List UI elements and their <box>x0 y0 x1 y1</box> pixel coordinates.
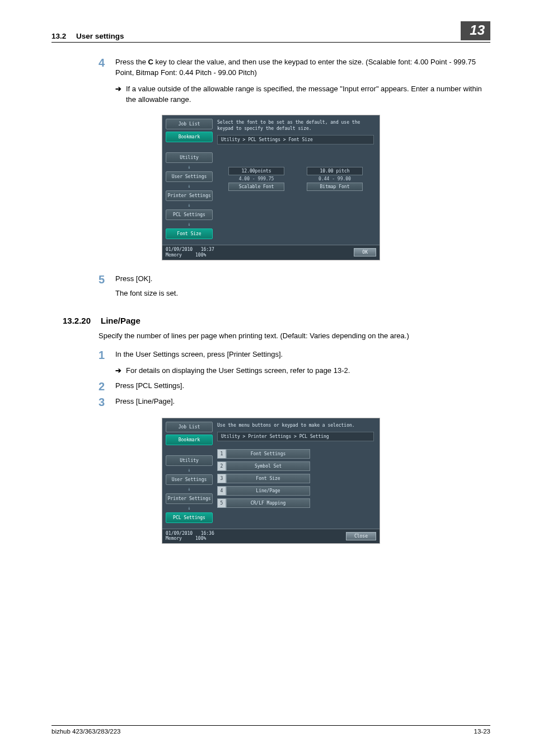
bookmark-button[interactable]: Bookmark <box>166 435 213 445</box>
section-number: 13.2.20 <box>51 316 101 325</box>
step-4-text-post: key to clear the value, and then use the… <box>115 58 476 77</box>
section-intro: Specify the number of lines per page whe… <box>99 331 490 342</box>
step-3-text: Press [Line/Page]. <box>115 397 175 405</box>
bitmap-range: 0.44 - 99.00 <box>307 176 363 181</box>
crumb-utility[interactable]: Utility <box>166 152 213 163</box>
page-footer: bizhub 423/363/283/223 13-23 <box>51 725 490 735</box>
scalable-value: 12.00points <box>228 167 284 175</box>
panel-footer: 01/09/2010 16:36 Memory 100% Close <box>162 529 380 543</box>
close-button[interactable]: Close <box>346 532 376 540</box>
menu-label: Line/Page <box>226 486 310 496</box>
footer-date: 01/09/2010 <box>166 531 193 536</box>
bitmap-value: 10.00 pitch <box>307 167 363 175</box>
section-title: Line/Page <box>101 316 140 325</box>
bitmap-font-button[interactable]: Bitmap Font <box>307 183 363 191</box>
footer-mem-label: Memory <box>166 536 182 541</box>
menu-item-symbol-set[interactable]: 2 Symbol Set <box>217 461 374 471</box>
step-number: 3 <box>99 396 115 408</box>
chevron-down-icon: ↓ <box>166 164 213 170</box>
step-4-text-pre: Press the <box>115 58 148 66</box>
step-1-bullet: For details on displaying the User Setti… <box>126 366 350 376</box>
menu-label: Font Settings <box>226 449 310 459</box>
footer-date: 01/09/2010 <box>166 247 193 252</box>
font-size-panel: Job List Bookmark Utility ↓ User Setting… <box>162 115 380 260</box>
crumb-font-size[interactable]: Font Size <box>166 228 213 239</box>
step-5-line2: The font size is set. <box>115 288 490 299</box>
footer-mem-label: Memory <box>166 253 182 258</box>
chevron-down-icon: ↓ <box>166 467 213 473</box>
crumb-pcl-settings[interactable]: PCL Settings <box>166 512 213 523</box>
chevron-down-icon: ↓ <box>166 221 213 227</box>
step-number: 4 <box>99 57 115 105</box>
ok-button[interactable]: OK <box>354 248 376 256</box>
step-4-bullet: If a value outside of the allowable rang… <box>126 84 490 105</box>
menu-number: 5 <box>217 498 226 508</box>
menu-label: Symbol Set <box>226 461 310 471</box>
scalable-range: 4.00 - 999.75 <box>228 176 284 181</box>
menu-number: 2 <box>217 461 226 471</box>
panel-instruction: Use the menu buttons or keypad to make a… <box>217 422 374 432</box>
panel-footer: 01/09/2010 16:37 Memory 100% OK <box>162 245 380 259</box>
chevron-down-icon: ↓ <box>166 505 213 511</box>
job-list-button[interactable]: Job List <box>166 422 213 432</box>
footer-mem-val: 100% <box>195 253 206 258</box>
menu-item-font-settings[interactable]: 1 Font Settings <box>217 449 374 459</box>
chevron-down-icon: ↓ <box>166 183 213 189</box>
step-3: 3 Press [Line/Page]. <box>99 396 490 408</box>
step-1: 1 In the User Settings screen, press [Pr… <box>99 349 490 376</box>
step-number: 2 <box>99 381 115 392</box>
menu-number: 1 <box>217 449 226 459</box>
crumb-printer-settings[interactable]: Printer Settings <box>166 493 213 504</box>
crumb-pcl-settings[interactable]: PCL Settings <box>166 209 213 220</box>
step-1-text: In the User Settings screen, press [Prin… <box>115 350 283 358</box>
chevron-down-icon: ↓ <box>166 486 213 492</box>
step-5: 5 Press [OK]. The font size is set. <box>99 274 490 300</box>
footer-page: 13-23 <box>474 728 490 735</box>
step-number: 1 <box>99 349 115 376</box>
step-5-line1: Press [OK]. <box>115 274 490 284</box>
menu-label: CR/LF Mapping <box>226 498 310 508</box>
crumb-utility[interactable]: Utility <box>166 455 213 466</box>
scalable-font-button[interactable]: Scalable Font <box>228 183 284 191</box>
header-section-number: 13.2 <box>51 32 66 40</box>
chevron-down-icon: ↓ <box>166 202 213 208</box>
breadcrumb: Utility > Printer Settings > PCL Setting <box>217 432 374 441</box>
menu-number: 4 <box>217 486 226 496</box>
menu-item-crlf-mapping[interactable]: 5 CR/LF Mapping <box>217 498 374 508</box>
arrow-icon: ➔ <box>115 84 121 105</box>
menu-item-font-size[interactable]: 3 Font Size <box>217 474 374 483</box>
footer-mem-val: 100% <box>195 536 206 541</box>
arrow-icon: ➔ <box>115 366 121 376</box>
chapter-badge: 13 <box>461 21 490 40</box>
step-4: 4 Press the C key to clear the value, an… <box>99 57 490 105</box>
footer-time: 16:36 <box>201 531 214 536</box>
bookmark-button[interactable]: Bookmark <box>166 132 213 142</box>
footer-time: 16:37 <box>201 247 214 252</box>
job-list-button[interactable]: Job List <box>166 119 213 129</box>
step-2-text: Press [PCL Settings]. <box>115 381 184 390</box>
step-4-key: C <box>148 58 153 66</box>
step-number: 5 <box>99 274 115 300</box>
step-2: 2 Press [PCL Settings]. <box>99 381 490 392</box>
section-heading: 13.2.20 Line/Page <box>51 316 490 325</box>
header-section-title: User settings <box>76 32 124 40</box>
menu-item-line-page[interactable]: 4 Line/Page <box>217 486 374 496</box>
footer-model: bizhub 423/363/283/223 <box>51 728 120 735</box>
crumb-user-settings[interactable]: User Settings <box>166 474 213 485</box>
menu-number: 3 <box>217 474 226 483</box>
breadcrumb: Utility > PCL Settings > Font Size <box>217 135 374 144</box>
crumb-printer-settings[interactable]: Printer Settings <box>166 190 213 201</box>
menu-label: Font Size <box>226 474 310 483</box>
page-header: 13.2 User settings 13 <box>51 21 490 43</box>
crumb-user-settings[interactable]: User Settings <box>166 171 213 182</box>
panel-instruction: Select the font to be set as the default… <box>217 119 374 135</box>
pcl-settings-panel: Job List Bookmark Utility ↓ User Setting… <box>162 418 380 544</box>
